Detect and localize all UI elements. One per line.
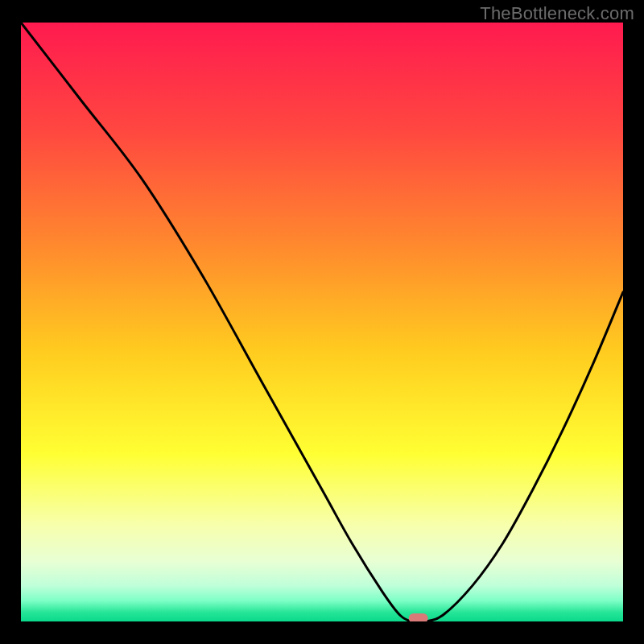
watermark-text: TheBottleneck.com [480,3,634,24]
gradient-background [21,23,623,621]
plot-area [21,23,623,621]
chart-frame: TheBottleneck.com [0,0,644,644]
optimum-marker [409,613,428,621]
chart-svg [21,23,623,621]
